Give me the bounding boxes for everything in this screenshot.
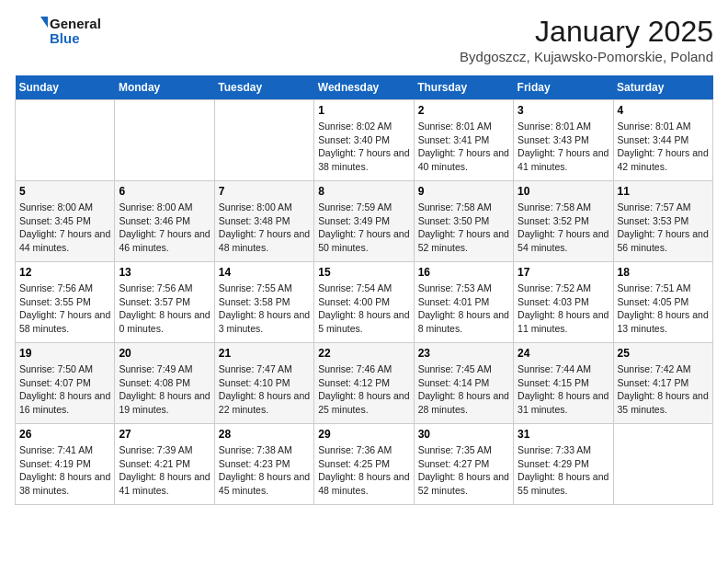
sunset-text: Sunset: 3:43 PM [518,134,589,145]
sunset-text: Sunset: 3:46 PM [119,215,190,226]
day-number: 3 [518,104,609,117]
sunset-text: Sunset: 4:01 PM [418,296,490,307]
sunrise-text: Sunrise: 8:00 AM [219,201,292,213]
sunrise-text: Sunrise: 8:00 AM [119,201,192,213]
daylight-text: Daylight: 7 hours and 38 minutes. [318,147,409,172]
daylight-text: Daylight: 8 hours and 31 minutes. [518,390,609,415]
header-saturday: Saturday [613,75,712,100]
day-info: Sunrise: 7:55 AM Sunset: 3:58 PM Dayligh… [219,282,310,336]
sunrise-text: Sunrise: 7:54 AM [318,282,392,293]
daylight-text: Daylight: 8 hours and 19 minutes. [119,390,210,415]
table-row: 1 Sunrise: 8:02 AM Sunset: 3:40 PM Dayli… [314,100,414,181]
daylight-text: Daylight: 7 hours and 52 minutes. [418,228,509,253]
daylight-text: Daylight: 8 hours and 0 minutes. [119,309,210,334]
day-number: 1 [318,104,409,117]
daylight-text: Daylight: 7 hours and 48 minutes. [219,228,310,253]
day-info: Sunrise: 8:01 AM Sunset: 3:41 PM Dayligh… [418,120,509,174]
day-info: Sunrise: 7:58 AM Sunset: 3:50 PM Dayligh… [418,201,509,255]
day-number: 15 [318,266,409,279]
sunrise-text: Sunrise: 7:51 AM [618,282,691,293]
table-row: 10 Sunrise: 7:58 AM Sunset: 3:52 PM Dayl… [514,181,613,262]
day-number: 17 [518,266,609,279]
sunset-text: Sunset: 3:55 PM [19,296,91,307]
month-title: January 2025 [460,15,713,49]
sunrise-text: Sunrise: 8:02 AM [318,121,392,132]
header-friday: Friday [514,75,613,100]
day-number: 2 [418,104,509,117]
sunrise-text: Sunrise: 7:49 AM [119,363,192,374]
daylight-text: Daylight: 8 hours and 35 minutes. [618,390,709,415]
day-info: Sunrise: 7:49 AM Sunset: 4:08 PM Dayligh… [119,362,210,417]
sunrise-text: Sunrise: 7:57 AM [618,201,691,213]
logo-text: General Blue [50,17,101,47]
sunset-text: Sunset: 3:40 PM [318,134,390,145]
day-number: 20 [119,347,210,360]
sunset-text: Sunset: 4:14 PM [418,377,490,388]
table-row: 30 Sunrise: 7:35 AM Sunset: 4:27 PM Dayl… [414,424,513,505]
sunrise-text: Sunrise: 7:45 AM [418,363,492,374]
day-info: Sunrise: 7:46 AM Sunset: 4:12 PM Dayligh… [318,362,409,417]
table-row: 9 Sunrise: 7:58 AM Sunset: 3:50 PM Dayli… [414,181,513,262]
daylight-text: Daylight: 7 hours and 40 minutes. [418,147,509,172]
table-row: 28 Sunrise: 7:38 AM Sunset: 4:23 PM Dayl… [214,424,313,505]
sunrise-text: Sunrise: 7:38 AM [219,444,292,455]
day-info: Sunrise: 7:42 AM Sunset: 4:17 PM Dayligh… [618,362,709,417]
table-row: 8 Sunrise: 7:59 AM Sunset: 3:49 PM Dayli… [314,181,414,262]
sunrise-text: Sunrise: 7:50 AM [19,363,93,374]
table-row: 7 Sunrise: 8:00 AM Sunset: 3:48 PM Dayli… [214,181,313,262]
sunrise-text: Sunrise: 7:58 AM [518,201,591,213]
table-row: 22 Sunrise: 7:46 AM Sunset: 4:12 PM Dayl… [314,343,414,424]
sunset-text: Sunset: 3:58 PM [219,296,290,307]
daylight-text: Daylight: 8 hours and 11 minutes. [518,309,609,334]
header-monday: Monday [115,75,214,100]
daylight-text: Daylight: 7 hours and 56 minutes. [618,228,709,253]
daylight-text: Daylight: 7 hours and 41 minutes. [518,147,609,172]
sunrise-text: Sunrise: 8:01 AM [418,121,492,132]
day-number: 31 [518,428,609,441]
day-info: Sunrise: 7:53 AM Sunset: 4:01 PM Dayligh… [418,282,509,336]
sunset-text: Sunset: 4:05 PM [618,296,689,307]
day-info: Sunrise: 8:00 AM Sunset: 3:48 PM Dayligh… [219,201,310,255]
day-number: 23 [418,347,509,360]
day-info: Sunrise: 7:36 AM Sunset: 4:25 PM Dayligh… [318,443,409,498]
sunset-text: Sunset: 4:15 PM [518,377,589,388]
sunset-text: Sunset: 4:23 PM [219,458,290,469]
day-number: 24 [518,347,609,360]
daylight-text: Daylight: 8 hours and 45 minutes. [219,471,310,496]
day-number: 16 [418,266,509,279]
sunrise-text: Sunrise: 7:47 AM [219,363,292,374]
day-info: Sunrise: 8:00 AM Sunset: 3:45 PM Dayligh… [19,201,110,255]
logo: General Blue [15,15,101,48]
daylight-text: Daylight: 8 hours and 3 minutes. [219,309,310,334]
day-info: Sunrise: 7:54 AM Sunset: 4:00 PM Dayligh… [318,282,409,336]
table-row: 31 Sunrise: 7:33 AM Sunset: 4:29 PM Dayl… [514,424,613,505]
day-number: 26 [19,428,110,441]
daylight-text: Daylight: 8 hours and 22 minutes. [219,390,310,415]
sunrise-text: Sunrise: 7:41 AM [19,444,93,455]
day-number: 12 [19,266,110,279]
sunset-text: Sunset: 3:44 PM [618,134,689,145]
table-row: 26 Sunrise: 7:41 AM Sunset: 4:19 PM Dayl… [16,424,115,505]
header-sunday: Sunday [16,75,115,100]
table-row [214,100,313,181]
sunset-text: Sunset: 3:53 PM [618,215,689,226]
day-info: Sunrise: 7:59 AM Sunset: 3:49 PM Dayligh… [318,201,409,255]
table-row: 29 Sunrise: 7:36 AM Sunset: 4:25 PM Dayl… [314,424,414,505]
header-thursday: Thursday [414,75,513,100]
table-row: 4 Sunrise: 8:01 AM Sunset: 3:44 PM Dayli… [613,100,712,181]
table-row: 5 Sunrise: 8:00 AM Sunset: 3:45 PM Dayli… [16,181,115,262]
day-info: Sunrise: 7:44 AM Sunset: 4:15 PM Dayligh… [518,362,609,417]
header-wednesday: Wednesday [314,75,414,100]
table-row: 6 Sunrise: 8:00 AM Sunset: 3:46 PM Dayli… [115,181,214,262]
day-info: Sunrise: 8:01 AM Sunset: 3:43 PM Dayligh… [518,120,609,174]
table-row: 24 Sunrise: 7:44 AM Sunset: 4:15 PM Dayl… [514,343,613,424]
day-info: Sunrise: 7:47 AM Sunset: 4:10 PM Dayligh… [219,362,310,417]
sunrise-text: Sunrise: 7:56 AM [119,282,192,293]
day-number: 30 [418,428,509,441]
day-number: 8 [318,185,409,198]
day-info: Sunrise: 7:41 AM Sunset: 4:19 PM Dayligh… [19,443,110,498]
sunrise-text: Sunrise: 7:39 AM [119,444,192,455]
day-number: 28 [219,428,310,441]
sunrise-text: Sunrise: 7:46 AM [318,363,392,374]
daylight-text: Daylight: 7 hours and 58 minutes. [19,309,110,334]
